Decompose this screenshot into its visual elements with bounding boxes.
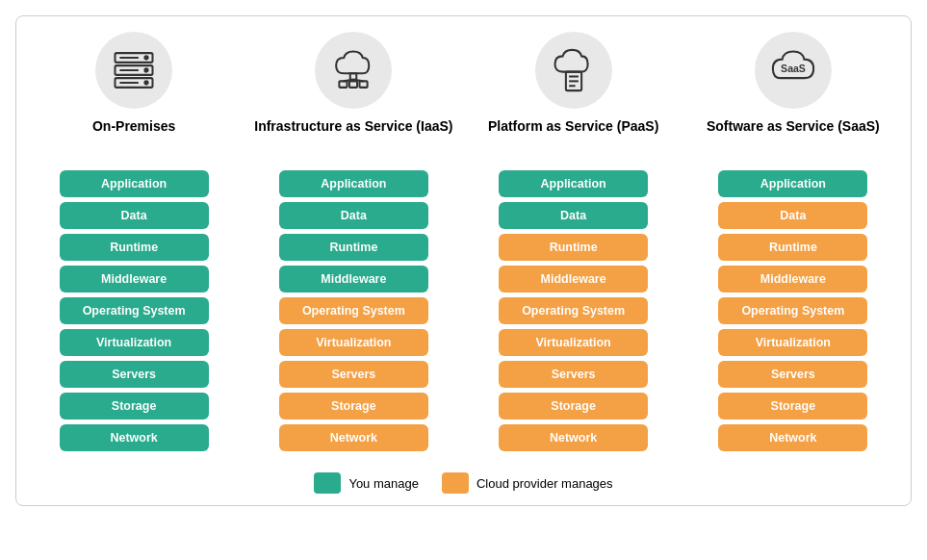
legend: You manage Cloud provider manages [28,465,899,494]
column-saas: SaaS Software as Service (SaaS)Applicati… [692,32,894,451]
orange-legend-box [442,472,469,494]
saas-icon: SaaS [755,32,832,109]
paas-item-operating-system: Operating System [499,297,648,324]
on-premises-item-application: Application [60,170,209,197]
paas-item-servers: Servers [499,361,648,388]
paas-item-virtualization: Virtualization [499,329,648,356]
saas-item-operating-system: Operating System [718,297,867,324]
saas-item-virtualization: Virtualization [718,329,867,356]
on-premises-item-middleware: Middleware [60,266,209,293]
you-manage-label: You manage [348,476,419,491]
cloud-manages-label: Cloud provider manages [476,476,613,491]
svg-point-3 [145,56,148,59]
paas-item-storage: Storage [499,393,648,420]
main-container: On-PremisesApplicationDataRuntimeMiddlew… [15,15,912,506]
on-premises-item-runtime: Runtime [60,234,209,261]
paas-title: Platform as Service (PaaS) [488,118,658,157]
on-premises-item-storage: Storage [60,393,209,420]
on-premises-item-network: Network [60,424,209,451]
column-paas: Platform as Service (PaaS)ApplicationDat… [473,32,675,451]
paas-icon [535,32,612,109]
saas-stack: ApplicationDataRuntimeMiddlewareOperatin… [692,170,894,451]
saas-item-storage: Storage [718,393,867,420]
iaas-item-middleware: Middleware [279,266,428,293]
iaas-icon [315,32,392,109]
column-iaas: Infrastructure as Service (IaaS)Applicat… [252,32,454,451]
svg-rect-10 [340,81,348,88]
paas-item-data: Data [499,202,648,229]
legend-you-manage: You manage [314,472,419,494]
columns: On-PremisesApplicationDataRuntimeMiddlew… [28,32,899,451]
on-premises-stack: ApplicationDataRuntimeMiddlewareOperatin… [33,170,235,451]
paas-stack: ApplicationDataRuntimeMiddlewareOperatin… [473,170,675,451]
iaas-item-application: Application [279,170,428,197]
on-premises-item-servers: Servers [60,361,209,388]
saas-title: Software as Service (SaaS) [707,118,880,157]
iaas-item-storage: Storage [279,393,428,420]
svg-text:SaaS: SaaS [781,63,806,74]
on-premises-title: On-Premises [92,118,175,157]
on-premises-icon [95,32,172,109]
saas-item-network: Network [718,424,867,451]
teal-legend-box [314,472,341,494]
on-premises-item-data: Data [60,202,209,229]
saas-item-servers: Servers [718,361,867,388]
paas-item-middleware: Middleware [499,266,648,293]
on-premises-item-virtualization: Virtualization [60,329,209,356]
legend-cloud-manages: Cloud provider manages [442,472,613,494]
svg-point-5 [145,81,148,84]
paas-item-network: Network [499,424,648,451]
iaas-item-servers: Servers [279,361,428,388]
svg-rect-9 [350,73,357,80]
on-premises-item-operating-system: Operating System [60,297,209,324]
svg-point-4 [145,68,148,71]
saas-item-runtime: Runtime [718,234,867,261]
iaas-item-runtime: Runtime [279,234,428,261]
iaas-title: Infrastructure as Service (IaaS) [254,118,452,157]
svg-rect-15 [349,81,357,88]
svg-rect-11 [360,81,368,88]
saas-item-data: Data [718,202,867,229]
paas-item-runtime: Runtime [499,234,648,261]
iaas-item-virtualization: Virtualization [279,329,428,356]
iaas-item-network: Network [279,424,428,451]
iaas-stack: ApplicationDataRuntimeMiddlewareOperatin… [252,170,454,451]
paas-item-application: Application [499,170,648,197]
iaas-item-data: Data [279,202,428,229]
saas-item-application: Application [718,170,867,197]
saas-item-middleware: Middleware [718,266,867,293]
iaas-item-operating-system: Operating System [279,297,428,324]
column-on-premises: On-PremisesApplicationDataRuntimeMiddlew… [33,32,235,451]
